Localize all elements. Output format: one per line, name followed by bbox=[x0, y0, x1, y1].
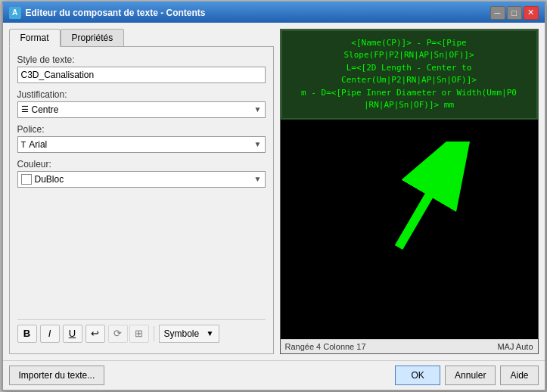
style-group: Style de texte: bbox=[17, 54, 266, 83]
color-value: DuBloc bbox=[35, 174, 64, 185]
justify-icon: ☰ bbox=[21, 104, 29, 114]
color-select[interactable]: DuBloc ▼ bbox=[17, 171, 266, 188]
cursor-position: Rangée 4 Colonne 17 bbox=[285, 342, 366, 351]
undo-redo-group: ⟳ ⊞ bbox=[108, 325, 149, 343]
font-select[interactable]: T Arial ▼ bbox=[17, 136, 266, 153]
spacer bbox=[17, 194, 266, 310]
app-icon: A bbox=[9, 7, 21, 19]
color-swatch bbox=[21, 174, 32, 185]
window-title: Editeur du composant de texte - Contents bbox=[26, 8, 206, 18]
symbol-chevron-icon: ▼ bbox=[207, 329, 214, 338]
tab-proprietes[interactable]: Propriétés bbox=[61, 29, 125, 46]
bottom-bar: Importer du texte... OK Annuler Aide bbox=[3, 360, 545, 390]
main-window: A Editeur du composant de texte - Conten… bbox=[2, 2, 546, 391]
extra-button[interactable]: ⊞ bbox=[129, 325, 149, 343]
title-buttons: ─ □ ✕ bbox=[490, 6, 539, 20]
right-panel: <[Name(CP)]> - P=<[Pipe Slope(FP|P2|RN|A… bbox=[280, 29, 539, 354]
import-button[interactable]: Importer du texte... bbox=[9, 366, 105, 385]
color-group: Couleur: DuBloc ▼ bbox=[17, 159, 266, 188]
preview-text: <[Name(CP)]> - P=<[Pipe Slope(FP|P2|RN|A… bbox=[288, 37, 530, 112]
maximize-button[interactable]: □ bbox=[507, 6, 522, 20]
close-button[interactable]: ✕ bbox=[524, 6, 539, 20]
chevron-down-icon-2: ▼ bbox=[254, 140, 262, 148]
chevron-down-icon: ▼ bbox=[254, 105, 262, 114]
style-label: Style de texte: bbox=[17, 54, 266, 65]
justification-label: Justification: bbox=[17, 89, 266, 100]
justification-select[interactable]: ☰ Centre ▼ bbox=[17, 101, 266, 118]
tab-bar: Format Propriétés bbox=[9, 29, 274, 46]
justification-value: Centre bbox=[32, 104, 59, 115]
tab-format[interactable]: Format bbox=[9, 29, 61, 47]
text-toolbar: B I U ↩ ⟳ ⊞ Symbole ▼ bbox=[17, 319, 266, 346]
left-panel: Format Propriétés Style de texte: Justif… bbox=[9, 29, 274, 354]
color-label: Couleur: bbox=[17, 159, 266, 170]
chevron-down-icon-3: ▼ bbox=[254, 175, 262, 183]
preview-black-area bbox=[281, 120, 538, 339]
help-button[interactable]: Aide bbox=[500, 366, 538, 385]
font-icon: T bbox=[21, 140, 26, 149]
preview-area: <[Name(CP)]> - P=<[Pipe Slope(FP|P2|RN|A… bbox=[280, 29, 539, 354]
justification-group: Justification: ☰ Centre ▼ bbox=[17, 89, 266, 118]
font-group: Police: T Arial ▼ bbox=[17, 124, 266, 153]
bold-button[interactable]: B bbox=[17, 325, 37, 343]
undo-button[interactable]: ↩ bbox=[85, 325, 105, 343]
window-content: Format Propriétés Style de texte: Justif… bbox=[3, 23, 545, 360]
style-input[interactable] bbox=[17, 67, 266, 83]
symbol-label: Symbole bbox=[164, 328, 200, 339]
preview-text-area: <[Name(CP)]> - P=<[Pipe Slope(FP|P2|RN|A… bbox=[281, 30, 538, 120]
cancel-button[interactable]: Annuler bbox=[445, 366, 496, 385]
toolbar-separator bbox=[154, 326, 154, 341]
font-value: Arial bbox=[29, 139, 47, 150]
font-label: Police: bbox=[17, 124, 266, 135]
underline-button[interactable]: U bbox=[63, 325, 82, 343]
redo-button[interactable]: ⟳ bbox=[108, 325, 128, 343]
symbol-button[interactable]: Symbole ▼ bbox=[159, 325, 219, 343]
status-bar: Rangée 4 Colonne 17 MAJ Auto bbox=[281, 339, 538, 353]
minimize-button[interactable]: ─ bbox=[490, 6, 505, 20]
ok-button[interactable]: OK bbox=[395, 366, 440, 385]
title-bar: A Editeur du composant de texte - Conten… bbox=[3, 3, 545, 23]
caps-mode: MAJ Auto bbox=[497, 342, 533, 351]
title-bar-left: A Editeur du composant de texte - Conten… bbox=[9, 7, 206, 19]
tab-content-format: Style de texte: Justification: ☰ Centre … bbox=[9, 46, 274, 354]
italic-button[interactable]: I bbox=[40, 325, 60, 343]
svg-line-1 bbox=[399, 157, 452, 247]
green-arrow-icon bbox=[384, 142, 474, 263]
